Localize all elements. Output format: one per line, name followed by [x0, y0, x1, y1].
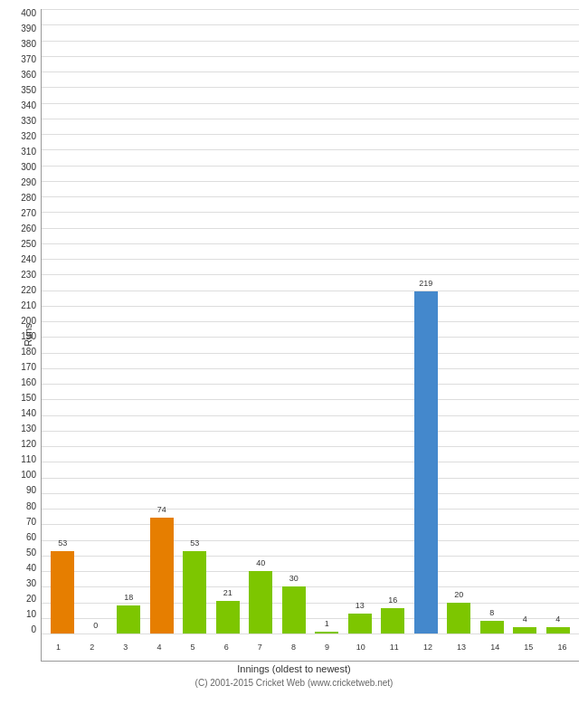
bar-innings-10: 13 [348, 614, 372, 634]
bar-innings-12: 219 [414, 291, 438, 634]
y-label-340: 340 [21, 101, 36, 110]
x-label-innings-13: 13 [445, 634, 479, 661]
y-label-180: 180 [21, 348, 36, 357]
y-label-240: 240 [21, 255, 36, 264]
y-label-120: 120 [21, 440, 36, 449]
bar-value-label: 13 [356, 601, 365, 610]
bar-innings-5: 53 [183, 551, 206, 634]
bar-group: 30 [278, 9, 311, 634]
bar-group: 1 [310, 9, 344, 634]
bar-value-label: 53 [190, 538, 199, 548]
bar-group: 219 [410, 9, 443, 634]
footer: (C) 2001-2015 Cricket Web (www.cricketwe… [9, 678, 579, 688]
bar-value-label: 4 [555, 614, 560, 624]
chart-container: 400 390 380 370 360 350 340 330 320 310 … [0, 0, 588, 724]
x-label-innings-12: 12 [411, 634, 444, 661]
bar-group: 4 [508, 9, 542, 634]
y-label-250: 250 [21, 240, 36, 249]
bar-value-label: 40 [256, 558, 265, 567]
bar-value-label: 30 [289, 574, 299, 583]
bar-group: 18 [112, 9, 146, 634]
x-label-innings-9: 9 [310, 634, 344, 661]
bar-value-label: 18 [124, 593, 133, 602]
y-label-220: 220 [21, 286, 36, 295]
bar-innings-14: 8 [480, 621, 504, 634]
bar-innings-11: 16 [381, 608, 404, 634]
y-label-60: 60 [26, 533, 36, 542]
bar-group: 13 [344, 9, 377, 634]
x-label-innings-14: 14 [479, 634, 512, 661]
x-axis-title: Innings (oldest to newest) [9, 663, 579, 674]
x-label-innings-1: 1 [42, 634, 75, 661]
y-label-310: 310 [21, 148, 36, 157]
y-label-110: 110 [21, 455, 36, 464]
bar-innings-13: 20 [447, 603, 470, 634]
y-label-330: 330 [21, 117, 36, 126]
y-label-170: 170 [21, 363, 36, 372]
x-label-innings-5: 5 [176, 634, 210, 661]
bar-value-label: 16 [388, 595, 397, 605]
x-label-innings-16: 16 [545, 634, 579, 661]
x-label-innings-2: 2 [75, 634, 109, 661]
chart-area: 400 390 380 370 360 350 340 330 320 310 … [9, 9, 579, 662]
y-label-50: 50 [26, 548, 36, 557]
bar-innings-16: 4 [546, 627, 570, 634]
bar-value-label: 219 [419, 279, 432, 288]
bar-value-label: 4 [523, 614, 527, 624]
y-label-100: 100 [21, 471, 36, 480]
bar-group: 40 [244, 9, 278, 634]
x-label-innings-11: 11 [377, 634, 411, 661]
bar-group: 16 [376, 9, 410, 634]
y-label-140: 140 [21, 409, 36, 418]
y-label-20: 20 [26, 595, 36, 604]
y-label-360: 360 [21, 71, 36, 80]
bar-group: 20 [442, 9, 476, 634]
bar-innings-8: 30 [282, 586, 306, 634]
bar-value-label: 74 [157, 505, 166, 514]
bar-value-label: 0 [93, 621, 98, 630]
x-label-innings-4: 4 [142, 634, 175, 661]
bars-area: 5301874532140301131621920844 [42, 9, 579, 634]
y-label-400: 400 [21, 9, 36, 18]
y-label-160: 160 [21, 378, 36, 387]
bar-innings-3: 18 [117, 605, 140, 634]
y-label-350: 350 [21, 86, 36, 95]
y-label-10: 10 [26, 610, 36, 619]
bar-group: 53 [46, 9, 80, 634]
x-label-innings-10: 10 [344, 634, 377, 661]
bar-group: 0 [80, 9, 113, 634]
bar-innings-15: 4 [513, 627, 536, 634]
x-label-innings-15: 15 [512, 634, 545, 661]
bar-innings-7: 40 [249, 571, 272, 634]
y-label-210: 210 [21, 301, 36, 310]
y-label-230: 230 [21, 271, 36, 280]
y-label-0: 0 [31, 625, 36, 634]
bar-group: 8 [476, 9, 509, 634]
y-label-270: 270 [21, 209, 36, 218]
y-label-390: 390 [21, 24, 36, 33]
y-label-370: 370 [21, 55, 36, 64]
x-label-innings-8: 8 [277, 634, 310, 661]
y-label-300: 300 [21, 163, 36, 172]
bar-value-label: 53 [58, 538, 67, 548]
y-label-380: 380 [21, 40, 36, 49]
bar-group: 21 [212, 9, 245, 634]
y-label-320: 320 [21, 132, 36, 141]
bar-value-label: 8 [489, 608, 494, 617]
x-label-innings-6: 6 [210, 634, 243, 661]
y-axis-title: Runs [23, 323, 33, 347]
y-label-90: 90 [26, 486, 36, 495]
x-labels: 12345678910111213141516 [42, 634, 579, 661]
bar-value-label: 21 [223, 588, 232, 597]
y-label-130: 130 [21, 424, 36, 433]
bar-group: 4 [542, 9, 575, 634]
bar-value-label: 20 [454, 590, 463, 599]
y-label-280: 280 [21, 194, 36, 203]
y-label-260: 260 [21, 224, 36, 233]
bar-value-label: 1 [325, 619, 329, 628]
y-label-80: 80 [26, 502, 36, 511]
bar-innings-4: 74 [150, 518, 174, 634]
y-label-30: 30 [26, 579, 36, 588]
plot-area: Runs 5301874532140301131621920844 123456… [41, 9, 579, 662]
x-label-innings-7: 7 [243, 634, 277, 661]
